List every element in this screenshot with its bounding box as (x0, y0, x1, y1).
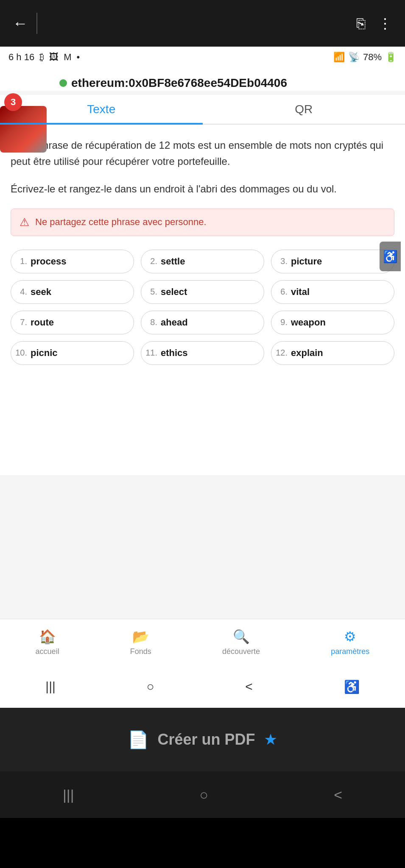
online-indicator (59, 79, 67, 87)
word-num-8: 8. (145, 317, 157, 327)
pdf-text: Créer un PDF (157, 731, 255, 748)
android-nav-inner: ||| ○ < ♿ (0, 665, 405, 708)
top-bar-left: ← (13, 13, 37, 34)
word-chip-8: 8. ahead (141, 311, 264, 334)
word-num-2: 2. (145, 256, 157, 266)
tab-qr[interactable]: QR (203, 95, 405, 124)
word-label-2: settle (161, 256, 185, 267)
description-2: Écrivez-le et rangez-le dans un endroit … (11, 181, 394, 197)
status-right: 📶 📡 78% 🔋 (333, 52, 397, 63)
pdf-icon: 📄 (128, 730, 149, 750)
word-label-4: seek (31, 287, 51, 298)
main-content: Votre phrase de récupération de 12 mots … (0, 125, 405, 390)
word-chip-1: 1. process (11, 250, 134, 273)
gallery-icon: 🖼 (49, 52, 59, 63)
top-bar: ← ⎘ ⋮ (0, 0, 405, 47)
accessibility-nav-icon[interactable]: ♿ (344, 679, 360, 694)
bottom-android-bar: ||| ○ < (0, 771, 405, 818)
nav-label-fonds: Fonds (130, 647, 151, 656)
more-options-icon[interactable]: ⋮ (378, 15, 392, 32)
fonds-icon: 📂 (132, 629, 149, 645)
spacer (0, 390, 405, 475)
word-label-9: weapon (291, 317, 326, 328)
divider (36, 13, 37, 34)
word-num-11: 11. (145, 348, 157, 358)
email-icon: M (64, 52, 71, 63)
word-num-10: 10. (15, 348, 27, 358)
nav-item-parametres[interactable]: ⚙ paramètres (331, 629, 369, 656)
decouverte-icon: 🔍 (233, 629, 250, 645)
app-header: 3 ethereum:0x0BF8e6768ee54DEb04406 (0, 68, 405, 91)
word-num-12: 12. (276, 348, 288, 358)
word-num-6: 6. (276, 287, 288, 297)
word-chip-11: 11. ethics (141, 341, 264, 365)
word-num-1: 1. (15, 256, 27, 266)
warning-box: ⚠ Ne partagez cette phrase avec personne… (11, 209, 394, 236)
word-num-9: 9. (276, 317, 288, 327)
status-bar: 6 h 16 ₿ 🖼 M • 📶 📡 78% 🔋 (0, 47, 405, 68)
battery-display: 78% (363, 52, 382, 63)
bottom-home-button[interactable]: ○ (200, 787, 209, 803)
word-label-8: ahead (161, 317, 188, 328)
signal-icon: 📡 (348, 52, 360, 63)
menu-button-inner[interactable]: ||| (45, 679, 55, 694)
pdf-star-icon: ★ (264, 731, 277, 748)
word-label-7: route (31, 317, 54, 328)
word-chip-7: 7. route (11, 311, 134, 334)
nav-label-parametres: paramètres (331, 647, 369, 656)
bottom-nav: 🏠 accueil 📂 Fonds 🔍 découverte ⚙ paramèt… (0, 619, 405, 665)
top-bar-right: ⎘ ⋮ (357, 15, 392, 32)
description-1: Votre phrase de récupération de 12 mots … (11, 137, 394, 169)
time-display: 6 h 16 (8, 52, 34, 63)
dot-indicator: • (77, 52, 80, 63)
nav-label-accueil: accueil (36, 647, 59, 656)
wallet-address: ethereum:0x0BF8e6768ee54DEb04406 (71, 75, 287, 91)
bottom-menu-button[interactable]: ||| (63, 787, 74, 803)
word-label-10: picnic (31, 348, 58, 359)
word-num-3: 3. (276, 256, 288, 266)
warning-icon: ⚠ (20, 216, 29, 229)
word-chip-6: 6. vital (271, 280, 394, 304)
notification-badge: 3 (4, 93, 22, 111)
nav-item-decouverte[interactable]: 🔍 découverte (222, 629, 260, 656)
bottom-back-button[interactable]: < (334, 787, 342, 803)
home-button-inner[interactable]: ○ (146, 679, 154, 694)
word-num-7: 7. (15, 317, 27, 327)
status-left: 6 h 16 ₿ 🖼 M • (8, 52, 80, 63)
home-icon: 🏠 (39, 629, 56, 645)
nav-label-decouverte: découverte (222, 647, 260, 656)
tab-texte[interactable]: Texte (0, 95, 203, 124)
word-label-11: ethics (161, 348, 188, 359)
tabs-row: Texte QR (0, 95, 405, 125)
word-label-3: picture (291, 256, 322, 267)
word-grid: 1. process 2. settle 3. picture 4. seek … (11, 250, 394, 365)
back-button[interactable]: ← (13, 14, 28, 32)
wifi-icon: 📶 (333, 52, 345, 63)
word-chip-4: 4. seek (11, 280, 134, 304)
warning-text: Ne partagez cette phrase avec personne. (35, 217, 207, 228)
bitcoin-icon: ₿ (39, 52, 44, 63)
phone-content: 6 h 16 ₿ 🖼 M • 📶 📡 78% 🔋 3 ethereum:0x0B… (0, 47, 405, 708)
word-chip-9: 9. weapon (271, 311, 394, 334)
share-icon[interactable]: ⎘ (357, 15, 365, 32)
nav-item-accueil[interactable]: 🏠 accueil (36, 629, 59, 656)
word-chip-5: 5. select (141, 280, 264, 304)
word-num-4: 4. (15, 287, 27, 297)
word-label-5: select (161, 287, 187, 298)
word-chip-10: 10. picnic (11, 341, 134, 365)
word-label-12: explain (291, 348, 323, 359)
word-label-1: process (31, 256, 66, 267)
word-chip-2: 2. settle (141, 250, 264, 273)
battery-icon: 🔋 (385, 52, 397, 63)
wallet-address-row: ethereum:0x0BF8e6768ee54DEb04406 (8, 75, 397, 91)
accessibility-button[interactable]: ♿ (380, 242, 401, 271)
parametres-icon: ⚙ (344, 629, 356, 645)
word-chip-3: 3. picture (271, 250, 394, 273)
pdf-bar: 📄 Créer un PDF ★ (0, 708, 405, 771)
word-chip-12: 12. explain (271, 341, 394, 365)
nav-item-fonds[interactable]: 📂 Fonds (130, 629, 151, 656)
back-button-inner[interactable]: < (245, 679, 253, 694)
word-label-6: vital (291, 287, 310, 298)
word-num-5: 5. (145, 287, 157, 297)
